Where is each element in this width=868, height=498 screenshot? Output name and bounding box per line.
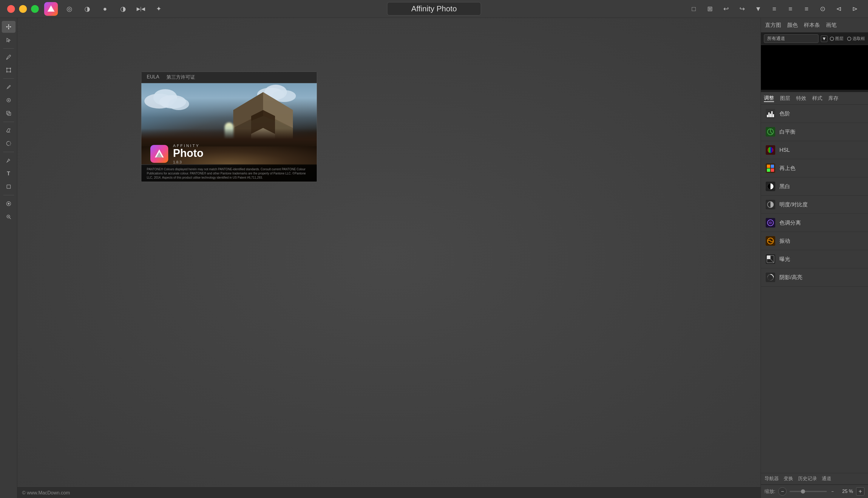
erase-tool-btn[interactable]: [2, 124, 15, 136]
adj-icon-shadow-highlight: [766, 273, 775, 282]
dropdown-arrow[interactable]: ▼: [821, 36, 827, 42]
svg-point-11: [8, 203, 10, 205]
bottom-tab-navigator[interactable]: 导航器: [764, 476, 779, 482]
titlebar: ◎ ◑ ● ◑ ▶|◀ ✦ Affinity Photo □ ⊞ ↩ ↪ ▼ ≡…: [0, 0, 868, 18]
adj-label-black-white: 黑白: [779, 183, 790, 190]
adj-item-posterize[interactable]: 色调分离: [761, 214, 868, 232]
adj-item-brightness-contrast[interactable]: 明度/对比度: [761, 196, 868, 214]
histogram-radio-group: 图层 选取框: [830, 36, 865, 41]
redo-btn[interactable]: ↪: [735, 2, 749, 15]
prev-btn[interactable]: ⊲: [832, 2, 846, 15]
adj-tab-library[interactable]: 库存: [828, 95, 839, 102]
move-tool-btn[interactable]: [2, 21, 15, 33]
align-btn[interactable]: ≡: [767, 2, 781, 15]
adj-tab-adjustments[interactable]: 调整: [764, 94, 774, 102]
tab-brush[interactable]: 画笔: [825, 20, 837, 30]
tool-options-btn[interactable]: ▼: [751, 2, 765, 15]
adj-icon-levels: [766, 109, 775, 118]
svg-rect-23: [772, 111, 773, 117]
close-button[interactable]: [7, 5, 15, 13]
adj-icon-exposure: [766, 254, 775, 264]
tab-color[interactable]: 颜色: [787, 20, 799, 30]
dodge-tool-btn[interactable]: [2, 137, 15, 149]
adj-item-levels[interactable]: 色阶: [761, 105, 868, 123]
healing-tool-btn[interactable]: [2, 94, 15, 106]
tool-btn-6[interactable]: ✦: [151, 2, 166, 15]
zoom-minus-btn[interactable]: −: [778, 487, 787, 496]
radio-selection[interactable]: 选取框: [847, 36, 865, 41]
adj-item-white-balance[interactable]: 白平衡: [761, 123, 868, 141]
fill-tool-btn[interactable]: [2, 198, 15, 210]
shape-tool-btn[interactable]: [2, 181, 15, 193]
adj-label-recolor: 再上色: [779, 165, 795, 172]
canvas-area[interactable]: EULA 第三方许可证: [17, 18, 761, 498]
bottom-tab-channels[interactable]: 通道: [822, 476, 831, 482]
text-tool-btn[interactable]: T: [2, 168, 15, 180]
tool-btn-1[interactable]: ◎: [62, 2, 77, 15]
adj-item-vibrance[interactable]: 振动: [761, 232, 868, 250]
clone-tool-btn[interactable]: [2, 107, 15, 119]
svg-rect-20: [767, 115, 768, 117]
tab-swatches[interactable]: 样本条: [803, 20, 820, 30]
tool-separator-4: [3, 152, 14, 152]
svg-rect-8: [8, 113, 11, 115]
eyedropper-tool-btn[interactable]: [2, 81, 15, 93]
affinity-text-block: AFFINITY Photo 1.8.3: [173, 143, 204, 164]
tool-btn-3[interactable]: ●: [97, 2, 113, 15]
cloud-left: [144, 88, 198, 112]
tool-separator-5: [3, 195, 14, 195]
splash-header: EULA 第三方许可证: [141, 72, 317, 83]
zoom-plus-btn[interactable]: +: [856, 487, 865, 496]
adj-icon-brightness-contrast: [766, 200, 775, 209]
splash-dialog[interactable]: EULA 第三方许可证: [141, 71, 317, 182]
adj-tab-effects[interactable]: 特效: [796, 95, 806, 102]
zoom-minus-small: −: [830, 489, 835, 494]
maximize-button[interactable]: [31, 5, 39, 13]
tool-btn-2[interactable]: ◑: [79, 2, 95, 15]
panel-top-tabs: 直方图 颜色 样本条 画笔: [761, 18, 868, 32]
adj-item-hsl[interactable]: HSL: [761, 141, 868, 159]
traffic-lights: [0, 5, 39, 13]
adjustment-tabs: 调整 图层 特效 样式 库存: [761, 92, 868, 105]
adj-item-black-white[interactable]: 黑白: [761, 178, 868, 196]
histogram-canvas: [761, 45, 868, 90]
tab-histogram[interactable]: 直方图: [764, 20, 782, 30]
bottom-tab-transform[interactable]: 变换: [783, 476, 793, 482]
tool-btn-4[interactable]: ◑: [115, 2, 131, 15]
canvas-background: [17, 18, 761, 498]
histogram-controls: 所有通道 ▼ 图层 选取框: [761, 32, 868, 45]
adj-item-recolor[interactable]: 再上色: [761, 159, 868, 178]
bottom-tab-history[interactable]: 历史记录: [798, 476, 817, 482]
pen-tool-btn[interactable]: [2, 155, 15, 166]
layout-btn[interactable]: ≡: [783, 2, 798, 15]
svg-rect-27: [767, 165, 770, 168]
channel-dropdown[interactable]: 所有通道: [764, 34, 818, 43]
svg-rect-7: [7, 111, 10, 114]
tool-btn-5[interactable]: ▶|◀: [133, 2, 148, 15]
navigator-bar: 缩放: − − 25 % +: [761, 485, 868, 498]
adj-item-exposure[interactable]: 曝光: [761, 250, 868, 268]
undo-btn[interactable]: ↩: [719, 2, 733, 15]
adj-tab-styles[interactable]: 样式: [812, 95, 822, 102]
paint-tool-btn[interactable]: [2, 51, 15, 63]
layers-btn[interactable]: ≡: [799, 2, 814, 15]
transform-tool-btn[interactable]: [2, 64, 15, 76]
splash-eula-link[interactable]: EULA: [147, 74, 159, 80]
splash-third-party-link[interactable]: 第三方许可证: [166, 74, 195, 80]
search-btn[interactable]: ⊙: [816, 2, 830, 15]
radio-layer[interactable]: 图层: [830, 36, 844, 41]
zoom-slider[interactable]: [790, 491, 827, 492]
selection-tool-btn[interactable]: [2, 34, 15, 46]
svg-rect-36: [767, 255, 770, 259]
adj-tab-layers[interactable]: 图层: [780, 95, 790, 102]
adj-label-levels: 色阶: [779, 110, 790, 117]
app-title: Affinity Photo: [387, 2, 481, 15]
svg-rect-21: [768, 113, 769, 117]
view-btn[interactable]: □: [687, 2, 701, 15]
next-btn[interactable]: ⊳: [848, 2, 862, 15]
arrange-btn[interactable]: ⊞: [703, 2, 717, 15]
adjustments-list: 色阶 白平衡: [761, 105, 868, 473]
minimize-button[interactable]: [19, 5, 27, 13]
adj-item-shadow-highlight[interactable]: 阴影/高亮: [761, 268, 868, 287]
zoom-tool-btn[interactable]: [2, 211, 15, 223]
